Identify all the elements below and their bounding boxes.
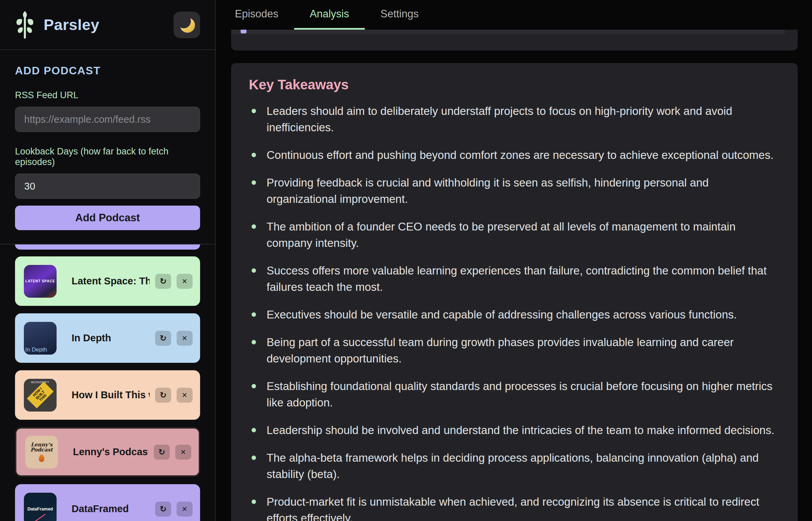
takeaway-item: Being part of a successful team during g… bbox=[249, 334, 780, 367]
add-podcast-button[interactable]: Add Podcast bbox=[15, 206, 200, 230]
podcast-card-in-depth[interactable]: In Depth In Depth ↻ ✕ bbox=[15, 313, 200, 363]
refresh-podcast-button[interactable]: ↻ bbox=[155, 331, 171, 346]
key-takeaways-card: Key Takeaways Leaders should aim to deli… bbox=[231, 63, 798, 521]
close-icon: ✕ bbox=[182, 334, 187, 342]
takeaway-item: Success offers more valuable learning ex… bbox=[249, 263, 780, 295]
lookback-days-input[interactable] bbox=[15, 174, 200, 199]
takeaways-list: Leaders should aim to deliberately under… bbox=[249, 103, 780, 521]
refresh-podcast-button[interactable]: ↻ bbox=[155, 502, 171, 517]
close-icon: ✕ bbox=[180, 448, 186, 456]
rss-feed-url-label: RSS Feed URL bbox=[15, 90, 200, 101]
lookback-days-label: Lookback Days (how far back to fetch epi… bbox=[15, 146, 200, 167]
remove-podcast-button[interactable]: ✕ bbox=[175, 445, 191, 460]
podcast-artwork: Lenny's Podcast bbox=[25, 436, 58, 468]
podcast-card-clipped[interactable] bbox=[15, 244, 200, 250]
close-icon: ✕ bbox=[182, 277, 187, 285]
artwork-sublabel: WONDERY bbox=[31, 381, 49, 384]
app-title: Parsley bbox=[44, 16, 100, 34]
theme-toggle-button[interactable] bbox=[174, 12, 200, 38]
takeaway-item: Establishing foundational quality standa… bbox=[249, 378, 780, 411]
takeaway-item: Executives should be versatile and capab… bbox=[249, 307, 780, 323]
takeaway-item: Providing feedback is crucial and withho… bbox=[249, 175, 780, 207]
close-icon: ✕ bbox=[182, 505, 187, 513]
podcast-card-dataframed[interactable]: DataFramed DataFramed ↻ ✕ bbox=[15, 484, 200, 521]
podcast-title: Latent Space: The ... bbox=[72, 276, 150, 287]
podcast-artwork: LATENT SPACE bbox=[24, 265, 57, 298]
podcast-title: DataFramed bbox=[72, 503, 150, 515]
artwork-label: In Depth bbox=[25, 346, 47, 353]
main-content: Episodes Analysis Settings Key Takeaways… bbox=[216, 0, 812, 521]
podcast-artwork: DataFramed bbox=[24, 493, 57, 521]
takeaway-item: Product-market fit is unmistakable when … bbox=[249, 494, 780, 521]
podcast-artwork: In Depth bbox=[24, 322, 57, 355]
refresh-podcast-button[interactable]: ↻ bbox=[155, 274, 171, 289]
podcast-card-lennys-podcast[interactable]: Lenny's Podcast Lenny's Podcast: P... ↻ … bbox=[15, 427, 200, 477]
refresh-icon: ↻ bbox=[160, 333, 166, 343]
tab-bar: Episodes Analysis Settings bbox=[216, 0, 812, 30]
moon-icon bbox=[180, 18, 195, 33]
campfire-icon bbox=[39, 455, 44, 462]
close-icon: ✕ bbox=[182, 391, 187, 399]
scrolled-card-partial bbox=[231, 30, 798, 50]
refresh-icon: ↻ bbox=[160, 277, 166, 286]
tab-episodes[interactable]: Episodes bbox=[219, 0, 294, 30]
artwork-label: HOW I BUILT THIS bbox=[27, 382, 54, 408]
refresh-icon: ↻ bbox=[160, 504, 166, 514]
podcast-title: In Depth bbox=[72, 332, 150, 344]
artwork-label: DataFramed bbox=[27, 506, 53, 511]
refresh-icon: ↻ bbox=[158, 447, 165, 457]
parsley-plant-icon bbox=[15, 11, 35, 39]
remove-podcast-button[interactable]: ✕ bbox=[177, 502, 193, 517]
refresh-podcast-button[interactable]: ↻ bbox=[155, 388, 171, 403]
podcast-title: How I Built This wit... bbox=[72, 389, 150, 401]
takeaway-item: Leaders should aim to deliberately under… bbox=[249, 103, 780, 136]
remove-podcast-button[interactable]: ✕ bbox=[177, 331, 193, 346]
podcast-artwork: WONDERY HOW I BUILT THIS bbox=[24, 379, 57, 412]
add-podcast-form: ADD PODCAST RSS Feed URL Lookback Days (… bbox=[0, 50, 215, 244]
takeaway-item: Leadership should be involved and unders… bbox=[249, 422, 780, 438]
rss-feed-url-input[interactable] bbox=[15, 107, 200, 132]
takeaway-item: Continuous effort and pushing beyond com… bbox=[249, 147, 780, 163]
sidebar: Parsley ADD PODCAST RSS Feed URL Lookbac… bbox=[0, 0, 216, 521]
scrolled-row-partial bbox=[231, 30, 785, 34]
key-takeaways-heading: Key Takeaways bbox=[249, 77, 780, 93]
tab-settings[interactable]: Settings bbox=[365, 0, 434, 30]
takeaway-item: The ambition of a founder CEO needs to b… bbox=[249, 219, 780, 251]
remove-podcast-button[interactable]: ✕ bbox=[177, 388, 193, 403]
podcast-list: LATENT SPACE Latent Space: The ... ↻ ✕ I… bbox=[0, 244, 215, 521]
clipped-chip bbox=[241, 30, 246, 33]
remove-podcast-button[interactable]: ✕ bbox=[177, 274, 193, 289]
podcast-card-how-i-built-this[interactable]: WONDERY HOW I BUILT THIS How I Built Thi… bbox=[15, 370, 200, 420]
tab-analysis[interactable]: Analysis bbox=[294, 0, 365, 30]
sidebar-header: Parsley bbox=[0, 0, 215, 50]
refresh-podcast-button[interactable]: ↻ bbox=[154, 445, 170, 460]
podcast-title: Lenny's Podcast: P... bbox=[73, 446, 148, 458]
artwork-label: LATENT SPACE bbox=[25, 279, 55, 283]
add-podcast-heading: ADD PODCAST bbox=[15, 64, 200, 77]
podcast-card-latent-space[interactable]: LATENT SPACE Latent Space: The ... ↻ ✕ bbox=[15, 256, 200, 306]
takeaway-item: The alpha-beta framework helps in decidi… bbox=[249, 450, 780, 482]
artwork-label: Lenny's Podcast bbox=[25, 442, 58, 452]
refresh-icon: ↻ bbox=[160, 390, 166, 400]
